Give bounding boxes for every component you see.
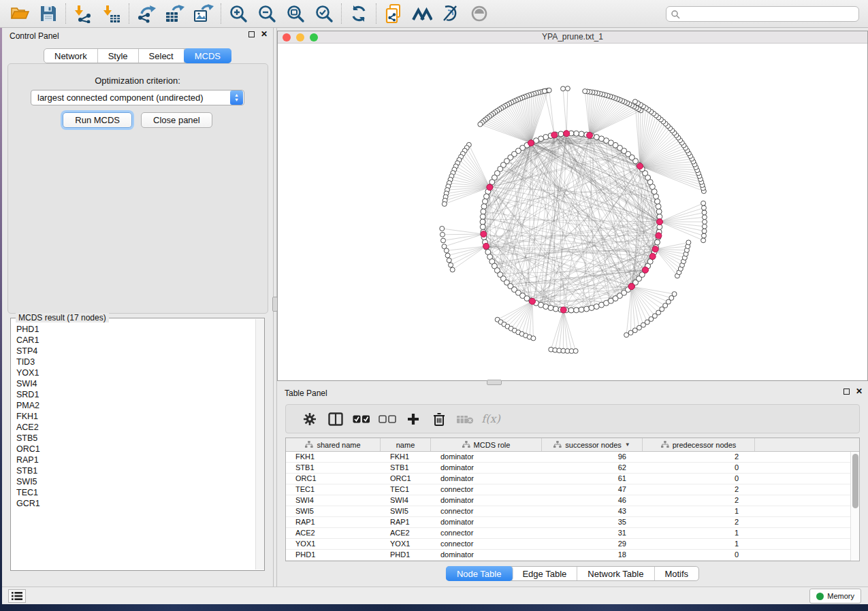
network-node[interactable] (702, 210, 707, 215)
mcds-result-item[interactable]: ACE2 (16, 422, 255, 433)
import-network-icon[interactable] (69, 2, 97, 25)
zoom-fit-icon[interactable] (281, 2, 310, 25)
table-row[interactable]: ACE2ACE2connector311 (286, 528, 850, 539)
mcds-dominator-node[interactable] (551, 132, 558, 138)
network-node[interactable] (574, 131, 579, 136)
network-node[interactable] (579, 307, 584, 312)
column-header-shared-name[interactable]: shared name (286, 438, 381, 451)
network-node[interactable] (624, 333, 629, 337)
network-node[interactable] (565, 86, 570, 91)
network-node[interactable] (701, 205, 706, 210)
mcds-result-item[interactable]: ORC1 (16, 444, 255, 455)
mcds-dominator-node[interactable] (564, 131, 570, 137)
mcds-result-item[interactable]: TID3 (16, 357, 255, 367)
network-node[interactable] (558, 131, 564, 137)
network-node[interactable] (442, 201, 447, 206)
task-history-icon[interactable] (8, 589, 26, 603)
table-row[interactable]: RAP1RAP1dominator352 (286, 517, 850, 528)
network-node[interactable] (483, 199, 488, 204)
network-node[interactable] (672, 292, 677, 297)
tab-node-table[interactable]: Node Table (446, 566, 513, 581)
mcds-result-item[interactable]: TEC1 (16, 487, 255, 498)
network-node[interactable] (686, 240, 691, 245)
network-node[interactable] (594, 134, 599, 139)
show-graphics-details-icon[interactable] (465, 2, 494, 25)
mcds-dominator-node[interactable] (481, 231, 487, 237)
table-row[interactable]: PHD1PHD1dominator180 (286, 550, 850, 561)
network-node[interactable] (478, 122, 483, 127)
column-header-successor-nodes[interactable]: successor nodes▼ (542, 438, 643, 451)
column-header-predecessor-nodes[interactable]: predecessor nodes (643, 438, 755, 451)
table-row[interactable]: ORC1ORC1dominator610 (286, 474, 850, 484)
mcds-result-item[interactable]: STB5 (16, 433, 255, 444)
network-node[interactable] (481, 203, 487, 209)
mcds-dominator-node[interactable] (487, 184, 493, 191)
network-node[interactable] (702, 224, 707, 229)
float-panel-icon[interactable] (248, 31, 255, 37)
tab-mcds[interactable]: MCDS (184, 48, 231, 63)
mcds-dominator-node[interactable] (649, 253, 656, 259)
mcds-result-item[interactable]: PHD1 (16, 324, 255, 335)
close-panel-button[interactable]: Close panel (141, 112, 212, 128)
network-node[interactable] (589, 305, 594, 310)
mcds-result-item[interactable]: YOX1 (16, 367, 255, 378)
deselect-all-checkbox-icon[interactable] (374, 409, 400, 429)
mcds-dominator-node[interactable] (587, 132, 593, 138)
level-of-detail-icon[interactable] (408, 2, 436, 25)
column-header-MCDS-role[interactable]: MCDS role (431, 438, 542, 451)
refresh-view-icon[interactable] (344, 2, 373, 25)
network-node[interactable] (579, 131, 584, 137)
network-node[interactable] (543, 304, 549, 310)
tab-edge-table[interactable]: Edge Table (512, 567, 577, 580)
mcds-dominator-node[interactable] (643, 267, 649, 273)
run-mcds-button[interactable]: Run MCDS (63, 112, 132, 128)
network-node[interactable] (654, 199, 660, 204)
mcds-result-list[interactable]: PHD1CAR1STP4TID3YOX1SWI4SRD1PMA2FKH1ACE2… (12, 324, 255, 569)
network-node[interactable] (701, 201, 706, 205)
table-row[interactable]: FKH1FKH1dominator962 (286, 452, 850, 463)
table-row[interactable]: TEC1TEC1connector472 (286, 484, 850, 495)
mcds-dominator-node[interactable] (528, 140, 534, 146)
mcds-dominator-node[interactable] (560, 307, 566, 313)
network-node[interactable] (480, 219, 485, 225)
network-node[interactable] (547, 88, 551, 93)
search-input[interactable] (680, 10, 858, 19)
zoom-out-icon[interactable] (253, 2, 281, 25)
memory-button[interactable]: Memory (809, 589, 861, 604)
network-node[interactable] (548, 305, 553, 310)
mcds-dominator-node[interactable] (652, 246, 658, 252)
mcds-dominator-node[interactable] (483, 243, 489, 249)
save-session-icon[interactable] (34, 2, 63, 25)
table-scrollbar[interactable] (850, 452, 859, 561)
table-row[interactable]: SWI4SWI4dominator462 (286, 495, 850, 506)
tab-select[interactable]: Select (139, 49, 184, 63)
network-node[interactable] (703, 220, 707, 225)
network-window-titlebar[interactable]: YPA_prune.txt_1 (278, 31, 867, 44)
import-table-icon[interactable] (97, 2, 126, 25)
network-graph[interactable] (278, 44, 867, 380)
network-node[interactable] (702, 229, 707, 233)
mcds-scrollbar[interactable] (255, 319, 264, 569)
mcds-result-item[interactable]: STB1 (16, 465, 255, 476)
table-row[interactable]: STB1STB1dominator620 (286, 463, 850, 474)
mcds-result-item[interactable]: PMA2 (16, 400, 255, 411)
network-node[interactable] (483, 194, 489, 199)
mcds-result-item[interactable]: GCR1 (16, 498, 255, 509)
zoom-selected-icon[interactable] (310, 2, 338, 25)
network-node[interactable] (450, 267, 455, 272)
network-node[interactable] (553, 306, 558, 312)
mcds-dominator-node[interactable] (657, 219, 663, 225)
mcds-result-item[interactable]: FKH1 (16, 411, 255, 422)
delete-row-icon[interactable] (426, 409, 452, 429)
select-all-checkbox-icon[interactable] (349, 409, 374, 429)
network-node[interactable] (656, 209, 662, 214)
network-node[interactable] (531, 336, 536, 341)
optimization-criterion-dropdown[interactable]: largest connected component (undirected)… (31, 90, 244, 105)
close-table-panel-icon[interactable]: ✕ (856, 389, 863, 395)
mcds-dominator-node[interactable] (637, 163, 643, 169)
table-row[interactable]: YOX1YOX1connector291 (286, 539, 850, 550)
float-table-panel-icon[interactable] (843, 389, 850, 395)
network-node[interactable] (440, 232, 445, 237)
window-minimize-icon[interactable] (296, 33, 304, 42)
tab-motifs[interactable]: Motifs (654, 567, 698, 580)
